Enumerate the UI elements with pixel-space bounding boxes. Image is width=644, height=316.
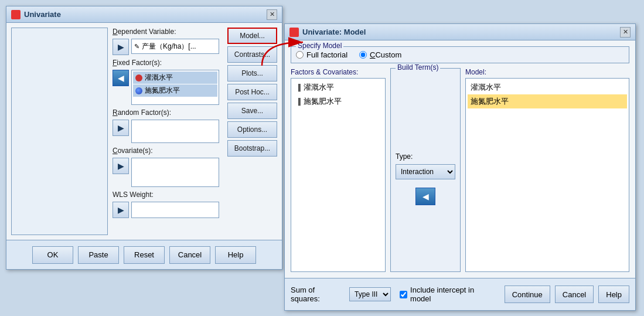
- include-intercept-checkbox[interactable]: [400, 291, 407, 298]
- full-factorial-radio[interactable]: [296, 51, 304, 59]
- dependent-var-label: Dependent Variable:: [113, 28, 223, 36]
- factors-list[interactable]: ▐ 灌溉水平 ▐ 施氮肥水平: [291, 78, 386, 272]
- post-hoc-button[interactable]: Post Hoc...: [227, 84, 277, 100]
- model-title-bar: Univariate: Model ✕: [285, 24, 635, 40]
- univariate-content: Dependent Variable: ▶ ✎ 产量（Kg/ha）[... Fi…: [6, 23, 282, 240]
- model-panel: Model: 灌溉水平 施氮肥水平: [465, 68, 629, 272]
- dependent-var-value: 产量（Kg/ha）[...: [142, 40, 196, 53]
- type-label: Type:: [396, 152, 413, 161]
- model-help-button[interactable]: Help: [598, 286, 629, 303]
- wls-list[interactable]: [131, 202, 219, 218]
- factor1-icon: [135, 74, 142, 81]
- reset-button[interactable]: Reset: [124, 246, 165, 264]
- model-button[interactable]: Model...: [227, 28, 277, 44]
- specify-model-label: Specify Model: [296, 42, 343, 50]
- factor1-name: 灌溉水平: [145, 73, 173, 83]
- fixed-factors-label: Fixed Factor(s):: [113, 59, 223, 67]
- covariates-label: Covariate(s):: [113, 147, 223, 155]
- bootstrap-button[interactable]: Bootstrap...: [227, 140, 277, 157]
- model-dialog-title: Univariate: Model: [302, 28, 366, 36]
- left-variable-list[interactable]: [11, 28, 108, 235]
- add-to-model-button[interactable]: ◀: [415, 188, 435, 205]
- paste-button[interactable]: Paste: [78, 246, 119, 264]
- factor1-label: 灌溉水平: [304, 82, 334, 93]
- univariate-bottom-bar: OK Paste Reset Cancel Help: [6, 240, 282, 269]
- factors-list-item-2[interactable]: ▐ 施氮肥水平: [293, 94, 383, 108]
- help-button[interactable]: Help: [215, 246, 256, 264]
- full-factorial-radio-group: Full factorial: [296, 50, 347, 59]
- custom-radio-group: CCustom: [359, 50, 401, 59]
- factor2-name: 施氮肥水平: [145, 86, 180, 96]
- cancel-button[interactable]: Cancel: [169, 246, 210, 264]
- factors-covariates-header: Factors & Covariates:: [291, 68, 386, 76]
- covariate-arrow-button[interactable]: ▶: [113, 158, 129, 174]
- options-button[interactable]: Options...: [227, 121, 277, 138]
- factors-list-item-1[interactable]: ▐ 灌溉水平: [293, 80, 383, 94]
- dependent-var-group: Dependent Variable: ▶ ✎ 产量（Kg/ha）[...: [113, 28, 223, 55]
- factor1-chart-icon: ▐: [296, 84, 301, 91]
- model-item-2-text: 施氮肥水平: [471, 97, 509, 106]
- model-close-button[interactable]: ✕: [620, 27, 631, 38]
- model-content: Specify Model Full factorial CCustom Fac…: [285, 40, 635, 278]
- random-factors-group: Random Factor(s): ▶: [113, 108, 223, 143]
- middle-section: Dependent Variable: ▶ ✎ 产量（Kg/ha）[... Fi…: [113, 28, 223, 235]
- include-intercept-row: Include intercept in model: [400, 286, 496, 303]
- factor2-icon: [135, 87, 142, 94]
- model-item-1[interactable]: 灌溉水平: [468, 80, 627, 94]
- build-terms-panel: Build Term(s) Type: Interaction Main eff…: [390, 68, 461, 272]
- model-item-2[interactable]: 施氮肥水平: [468, 94, 627, 108]
- fixed-factor-item-1[interactable]: 灌溉水平: [133, 72, 217, 84]
- univariate-title: Univariate: [24, 10, 61, 19]
- pencil-icon: ✎: [134, 40, 139, 53]
- univariate-window: Univariate ✕ Dependent Variable: ▶ ✎ 产量（…: [6, 6, 282, 270]
- univariate-title-bar: Univariate ✕: [6, 6, 282, 23]
- sum-of-squares-row: Sum of squares: Type III Type I Type II …: [291, 286, 391, 303]
- model-cancel-button[interactable]: Cancel: [555, 286, 594, 303]
- specify-model-section: Specify Model Full factorial CCustom: [291, 46, 629, 63]
- build-terms-controls: Type: Interaction Main effects All 2-way…: [396, 147, 455, 205]
- covariates-row: ▶: [113, 158, 223, 187]
- contrasts-button[interactable]: Contrasts...: [227, 46, 277, 63]
- sum-of-squares-select[interactable]: Type III Type I Type II Type IV: [349, 287, 391, 301]
- dep-var-arrow-button[interactable]: ▶: [113, 39, 129, 55]
- wls-group: WLS Weight: ▶: [113, 191, 223, 218]
- model-bottom-buttons: Continue Cancel Help: [505, 286, 629, 303]
- include-intercept-label: Include intercept in model: [410, 286, 496, 303]
- univariate-close-button[interactable]: ✕: [267, 9, 277, 20]
- random-factor-arrow-button[interactable]: ▶: [113, 120, 129, 136]
- fixed-factors-list[interactable]: 灌溉水平 施氮肥水平: [131, 70, 219, 105]
- model-dialog-window: Univariate: Model ✕ Specify Model Full f…: [284, 23, 636, 311]
- fixed-arrows: ◀: [113, 70, 129, 86]
- full-factorial-label: Full factorial: [306, 50, 347, 59]
- wls-row: ▶: [113, 202, 223, 218]
- model-spss-icon: [289, 28, 299, 37]
- continue-button[interactable]: Continue: [505, 286, 550, 303]
- factors-model-row: Factors & Covariates: ▐ 灌溉水平 ▐ 施氮肥水平 Bui…: [291, 68, 629, 272]
- random-factors-label: Random Factor(s):: [113, 108, 223, 117]
- random-factors-row: ▶: [113, 120, 223, 143]
- covariates-group: Covariate(s): ▶: [113, 147, 223, 187]
- model-panel-header: Model:: [465, 68, 629, 76]
- factor2-chart-icon: ▐: [296, 98, 301, 105]
- fixed-factors-row: ◀ 灌溉水平 施氮肥水平: [113, 70, 223, 105]
- type-select-row: Interaction Main effects All 2-way All 3…: [396, 164, 455, 179]
- model-bottom-bar: Sum of squares: Type III Type I Type II …: [285, 278, 635, 310]
- wls-arrow-button[interactable]: ▶: [113, 202, 129, 218]
- plots-button[interactable]: Plots...: [227, 65, 277, 81]
- fixed-factors-group: Fixed Factor(s): ◀ 灌溉水平 施氮肥水平: [113, 59, 223, 105]
- random-factors-list[interactable]: [131, 120, 219, 143]
- spss-icon: [11, 10, 21, 19]
- save-button[interactable]: Save...: [227, 103, 277, 119]
- wls-label: WLS Weight:: [113, 191, 223, 199]
- dependent-var-box[interactable]: ✎ 产量（Kg/ha）[...: [131, 39, 219, 54]
- ok-button[interactable]: OK: [32, 246, 73, 264]
- model-list[interactable]: 灌溉水平 施氮肥水平: [465, 78, 629, 272]
- fixed-factor-item-2[interactable]: 施氮肥水平: [133, 84, 217, 97]
- covariates-list[interactable]: [131, 158, 219, 187]
- sum-of-squares-label: Sum of squares:: [291, 286, 345, 303]
- interaction-type-select[interactable]: Interaction Main effects All 2-way All 3…: [396, 164, 455, 179]
- fixed-factor-arrow-button[interactable]: ◀: [113, 70, 129, 86]
- custom-radio[interactable]: [359, 51, 367, 59]
- dependent-var-row: ▶ ✎ 产量（Kg/ha）[...: [113, 39, 223, 55]
- model-item-1-text: 灌溉水平: [471, 83, 501, 91]
